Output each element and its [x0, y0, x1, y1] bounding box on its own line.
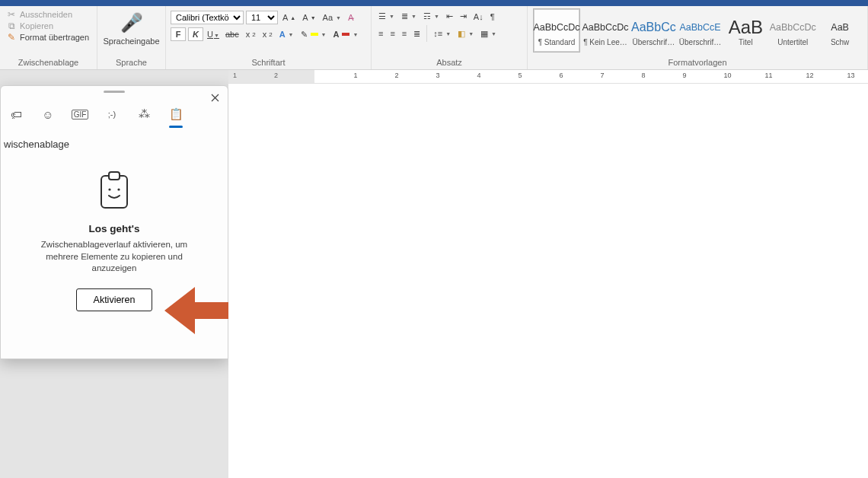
- group-clipboard: ✂ Ausschneiden ⧉ Kopieren ✎ Format übert…: [0, 6, 97, 69]
- svg-rect-0: [101, 176, 127, 208]
- font-name-select[interactable]: Calibri (Textkö: [171, 11, 244, 24]
- svg-point-2: [108, 188, 110, 190]
- multilevel-icon: ☶: [423, 11, 431, 21]
- numbering-icon: ≣: [401, 11, 408, 21]
- tab-gif[interactable]: GIF: [71, 105, 89, 123]
- dictate-button[interactable]: 🎤 Spracheingabe: [101, 8, 162, 46]
- ruler-tick: 11: [764, 72, 772, 79]
- change-case-button[interactable]: Aa▼: [321, 12, 343, 23]
- style-card[interactable]: AaBbCcDc¶ Kein Lee…: [582, 8, 629, 53]
- title-bar: [0, 0, 868, 6]
- style-name: ¶ Standard: [534, 38, 579, 46]
- ruler-tick: 9: [682, 72, 686, 79]
- style-name: ¶ Kein Lee…: [582, 38, 628, 46]
- clipboard-icon: 📋: [169, 107, 183, 121]
- scissors-icon: ✂: [6, 9, 17, 20]
- decrease-indent-button[interactable]: ⇤: [444, 11, 455, 22]
- style-name: Untertitel: [770, 38, 815, 46]
- style-card[interactable]: AaBbCcDcUntertitel: [769, 8, 816, 53]
- tab-clipboard[interactable]: 📋: [167, 105, 185, 123]
- borders-button[interactable]: ▦▼: [478, 28, 499, 40]
- tab-kaomoji[interactable]: ;-): [103, 105, 121, 123]
- paint-bucket-icon: ◧: [458, 29, 465, 39]
- style-preview: AaB: [729, 17, 763, 38]
- style-name: Titel: [724, 38, 767, 46]
- svg-rect-1: [109, 172, 120, 180]
- multilevel-button[interactable]: ☶▼: [421, 11, 442, 22]
- kaomoji-icon: ;-): [108, 110, 116, 119]
- clipboard-history-panel: 🏷 ☺ GIF ;-) ⁂ 📋 wischenablage Los geht's…: [0, 85, 228, 359]
- panel-grip[interactable]: [104, 91, 125, 93]
- ruler-tick: 1: [233, 72, 237, 79]
- panel-close-button[interactable]: [206, 89, 223, 106]
- activate-button[interactable]: Aktivieren: [76, 288, 153, 311]
- panel-tabs: 🏷 ☺ GIF ;-) ⁂ 📋: [1, 94, 228, 128]
- ribbon: ✂ Ausschneiden ⧉ Kopieren ✎ Format übert…: [0, 6, 868, 70]
- bullets-button[interactable]: ☰▼: [376, 11, 397, 22]
- shading-button[interactable]: ◧▼: [455, 28, 476, 40]
- strikethrough-button[interactable]: abc: [223, 29, 241, 40]
- line-spacing-button[interactable]: ↕≡▼: [431, 28, 453, 39]
- text-effects-button[interactable]: A▼: [277, 29, 296, 40]
- group-styles: AaBbCcDc¶ StandardAaBbCcDc¶ Kein Lee…AaB…: [528, 6, 868, 69]
- panel-title: wischenablage: [1, 128, 228, 150]
- font-color-button[interactable]: A▼: [330, 29, 360, 40]
- sort-button[interactable]: A↓: [471, 11, 486, 22]
- style-preview: AaBbCcDc: [533, 17, 579, 38]
- clear-format-button[interactable]: A̶: [346, 12, 356, 24]
- justify-button[interactable]: ≣: [411, 28, 423, 40]
- bullets-icon: ☰: [378, 11, 386, 21]
- style-card[interactable]: AaBSchw: [818, 8, 862, 53]
- copy-icon: ⧉: [6, 21, 17, 31]
- copy-label: Kopieren: [20, 21, 53, 30]
- cut-label: Ausschneiden: [20, 10, 72, 19]
- format-painter-button[interactable]: ✎ Format übertragen: [5, 32, 92, 43]
- align-right-button[interactable]: ≡: [400, 28, 409, 39]
- subscript-button[interactable]: x2: [244, 29, 258, 40]
- ruler-tick: 3: [436, 72, 439, 79]
- group-language: 🎤 Spracheingabe Sprache: [97, 6, 166, 69]
- numbering-button[interactable]: ≣▼: [399, 11, 419, 22]
- underline-button[interactable]: U▼: [206, 28, 221, 40]
- panel-description: Zwischenablageverlauf aktivieren, um meh…: [30, 239, 198, 275]
- shrink-font-button[interactable]: A▼: [300, 12, 318, 23]
- paintbrush-icon: ✎: [6, 32, 17, 43]
- ruler-tick: 13: [847, 72, 854, 79]
- borders-icon: ▦: [480, 29, 488, 39]
- ruler-tick: 8: [641, 72, 645, 79]
- panel-heading: Los geht's: [89, 223, 140, 234]
- copy-button[interactable]: ⧉ Kopieren: [5, 21, 92, 31]
- tab-emoji[interactable]: ☺: [39, 105, 57, 123]
- increase-indent-button[interactable]: ⇥: [458, 11, 469, 22]
- sticker-icon: 🏷: [11, 108, 22, 121]
- align-center-button[interactable]: ≡: [388, 28, 397, 39]
- group-label-font: Schriftart: [171, 56, 366, 69]
- close-icon: [211, 94, 219, 102]
- font-size-select[interactable]: 11: [246, 11, 278, 24]
- show-marks-button[interactable]: ¶: [488, 11, 497, 22]
- clipboard-smiley-icon: [98, 171, 130, 211]
- microphone-icon: 🎤: [120, 11, 144, 35]
- style-card[interactable]: AaBbCcDc¶ Standard: [533, 8, 580, 53]
- cut-button[interactable]: ✂ Ausschneiden: [5, 9, 92, 20]
- style-card[interactable]: AaBbCcÜberschrif…: [630, 8, 677, 53]
- superscript-button[interactable]: x2: [260, 29, 275, 40]
- horizontal-ruler[interactable]: 211234567891011121314: [228, 70, 868, 84]
- tab-symbols[interactable]: ⁂: [135, 105, 153, 123]
- bold-button[interactable]: F: [171, 27, 186, 41]
- ruler-tick: 5: [518, 72, 522, 79]
- highlight-button[interactable]: ✎▼: [298, 29, 329, 40]
- italic-button[interactable]: K: [188, 27, 203, 41]
- align-left-button[interactable]: ≡: [376, 28, 385, 39]
- style-card[interactable]: AaBTitel: [723, 8, 767, 53]
- styles-gallery[interactable]: AaBbCcDc¶ StandardAaBbCcDc¶ Kein Lee…AaB…: [532, 8, 863, 53]
- document-area[interactable]: 211234567891011121314: [228, 70, 868, 478]
- format-painter-label: Format übertragen: [20, 33, 89, 42]
- ruler-tick: 2: [394, 72, 398, 79]
- style-name: Überschrif…: [679, 38, 722, 46]
- style-card[interactable]: AaBbCcEÜberschrif…: [678, 8, 723, 53]
- grow-font-button[interactable]: A▲: [280, 12, 298, 23]
- tab-recent[interactable]: 🏷: [7, 105, 25, 123]
- ruler-tick: 1: [353, 72, 357, 79]
- style-preview: AaBbCcDc: [582, 17, 628, 38]
